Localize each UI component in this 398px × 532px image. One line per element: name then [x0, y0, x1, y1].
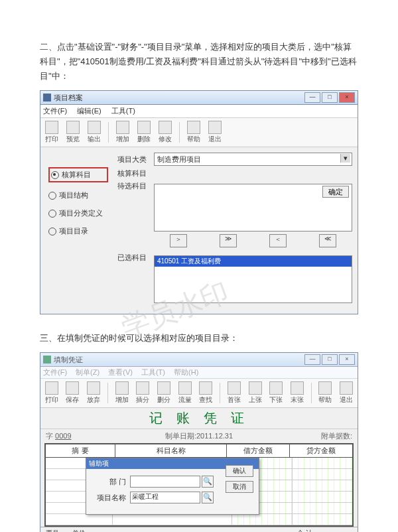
tb-insert[interactable]: 插分: [135, 381, 152, 405]
dlg-cancel-button[interactable]: 取消: [226, 481, 253, 493]
dept-label: 部 门: [93, 477, 126, 487]
selected-label: 已选科目: [117, 253, 154, 263]
tb-last[interactable]: 末张: [289, 381, 306, 405]
menubar: 文件(F) 编辑(E) 工具(T): [40, 105, 358, 118]
preview-icon: [66, 121, 80, 134]
close-button[interactable]: ×: [339, 92, 355, 103]
dlg-ok-button[interactable]: 确认: [226, 465, 253, 477]
category-label: 项目大类: [117, 155, 154, 165]
tb-abandon[interactable]: 放弃: [85, 381, 102, 405]
menu-edit[interactable]: 编辑(E): [77, 107, 101, 115]
attachments: 附单据数:: [250, 431, 352, 441]
tb-flow[interactable]: 流量: [176, 381, 194, 405]
move-all-right-button[interactable]: ≫: [220, 234, 237, 247]
export-icon: [88, 121, 101, 134]
app-icon: [43, 94, 51, 101]
col-summary: 摘 要: [46, 444, 115, 457]
left-options: 核算科目 项目结构 项目分类定义 项目目录: [46, 153, 111, 308]
proj-label: 项目名称: [93, 493, 126, 503]
tb-prev[interactable]: 上张: [247, 381, 264, 405]
tb-save[interactable]: 保存: [64, 381, 82, 405]
proj-input[interactable]: 采暖工程: [130, 492, 200, 503]
dept-lookup-icon[interactable]: 🔍: [202, 476, 214, 488]
pending-label: 待选科目: [117, 181, 154, 191]
menubar-2: 文件(F) 制单(Z) 查看(V) 工具(T) 帮助(H): [40, 367, 358, 379]
menu-tool[interactable]: 工具(T): [111, 107, 135, 115]
menu-file-2[interactable]: 文件(F): [43, 368, 67, 376]
voucher-date: 制单日期:2011.12.31: [148, 431, 250, 441]
voucher-window: 填制凭证 — □ × 文件(F) 制单(Z) 查看(V) 工具(T) 帮助(H)…: [40, 352, 358, 532]
instruction-1: 二、点击"基础设置"-"财务"-"项目目录"菜单，选择相对应的项目大类后，选中"…: [40, 40, 358, 84]
exit-icon: [208, 121, 222, 134]
preview-button[interactable]: 预览: [64, 121, 82, 144]
modify-icon: [159, 121, 172, 134]
help-button[interactable]: 帮助: [185, 121, 202, 144]
maximize-button[interactable]: □: [322, 92, 338, 103]
minimize-button[interactable]: —: [304, 92, 320, 103]
tb-help[interactable]: 帮助: [317, 381, 334, 405]
titlebar-2: 填制凭证 — □ ×: [40, 353, 358, 367]
window-title: 项目档案: [54, 93, 83, 103]
modify-button[interactable]: 修改: [157, 121, 174, 144]
app-icon-2: [43, 356, 51, 364]
voucher-no[interactable]: 0009: [55, 432, 71, 440]
tb-find[interactable]: 查找: [197, 381, 214, 405]
toolbar-2: 打印 保存 放弃 增加 插分 删分 流量 查找 首张 上张 下张 末张 帮助 退…: [40, 379, 358, 408]
export-button[interactable]: 输出: [86, 121, 103, 144]
mid-info: 票号 单价 合 计: [40, 527, 358, 532]
proj-lookup-icon[interactable]: 🔍: [202, 492, 214, 503]
menu-make[interactable]: 制单(Z): [76, 368, 100, 376]
menu-tool-2[interactable]: 工具(T): [141, 368, 165, 376]
category-combo[interactable]: 制造费用项目: [154, 153, 352, 166]
exit-button[interactable]: 退出: [206, 121, 224, 144]
pending-listbox[interactable]: 确定: [154, 184, 352, 232]
menu-help-2[interactable]: 帮助(H): [174, 368, 198, 376]
dept-input[interactable]: [130, 476, 200, 488]
radio-project-directory[interactable]: 项目目录: [48, 226, 108, 236]
print-icon: [45, 121, 58, 134]
voucher-grid: 摘 要 科目名称 借方金额 贷方金额 制造费用/工资及福… 辅助项 部 门🔍 项…: [44, 443, 354, 527]
tb-next[interactable]: 下张: [267, 381, 285, 405]
move-right-button[interactable]: ＞: [170, 234, 187, 247]
move-left-button[interactable]: ＜: [269, 234, 287, 247]
radio-account-subject[interactable]: 核算科目: [48, 167, 108, 182]
aux-dialog: 辅助项 部 门🔍 项目名称采暖工程🔍 确认 取消: [86, 458, 259, 515]
close-button-2[interactable]: ×: [339, 354, 355, 365]
tb-add[interactable]: 增加: [113, 381, 131, 405]
minimize-button-2[interactable]: —: [304, 354, 320, 365]
move-all-left-button[interactable]: ≪: [319, 234, 336, 247]
instruction-2: 三、在填制凭证的时候可以选择相对应的项目目录：: [40, 331, 358, 346]
selected-item[interactable]: 410501 工资及福利费: [155, 256, 352, 267]
delete-button[interactable]: 删除: [135, 121, 153, 144]
menu-file[interactable]: 文件(F): [43, 107, 67, 115]
selected-listbox[interactable]: 410501 工资及福利费: [154, 255, 352, 303]
col-subject: 科目名称: [115, 444, 227, 457]
radio-category-def[interactable]: 项目分类定义: [48, 208, 108, 218]
add-icon: [116, 121, 129, 134]
tb-first[interactable]: 首张: [226, 381, 243, 405]
add-button[interactable]: 增加: [114, 121, 131, 144]
account-label: 核算科目: [117, 168, 154, 178]
col-credit: 贷方金额: [290, 444, 352, 457]
window-title-2: 填制凭证: [54, 355, 83, 365]
tb-print[interactable]: 打印: [43, 381, 60, 405]
titlebar: 项目档案 — □ ×: [40, 91, 358, 105]
maximize-button-2[interactable]: □: [322, 354, 338, 365]
delete-icon: [137, 121, 151, 134]
menu-view[interactable]: 查看(V): [108, 368, 133, 376]
col-debit: 借方金额: [227, 444, 290, 457]
tb-delrow[interactable]: 删分: [155, 381, 172, 405]
voucher-title: 记 账 凭 证: [40, 408, 358, 429]
tb-exit[interactable]: 退出: [338, 381, 355, 405]
project-archive-window: 项目档案 — □ × 文件(F) 编辑(E) 工具(T) 打印 预览 输出 增加…: [40, 90, 358, 314]
print-button[interactable]: 打印: [43, 121, 60, 144]
help-icon: [187, 121, 200, 134]
ok-button[interactable]: 确定: [322, 186, 349, 198]
toolbar: 打印 预览 输出 增加 删除 修改 帮助 退出: [40, 118, 358, 147]
radio-project-structure[interactable]: 项目结构: [48, 190, 108, 200]
